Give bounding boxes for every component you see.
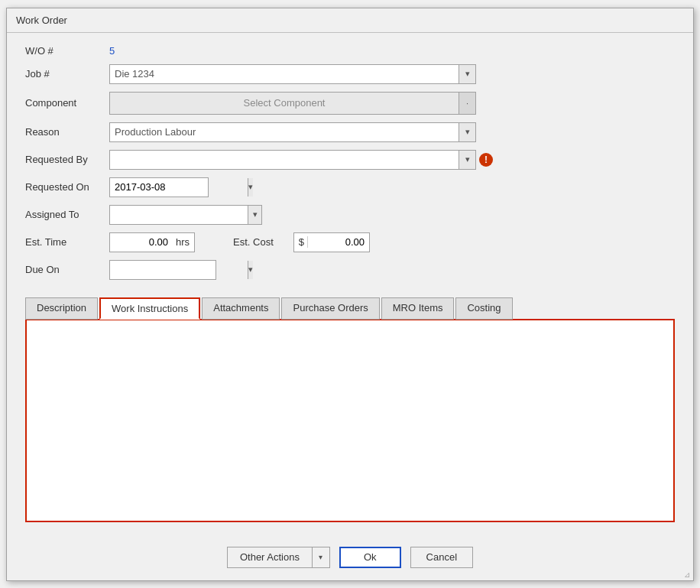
est-control-area: hrs Est. Cost $ (109, 232, 675, 252)
est-time-field[interactable]: hrs (109, 232, 195, 252)
requested-on-control (109, 177, 675, 197)
component-label: Component (25, 97, 109, 109)
form-area: W/O # 5 Job # Component Select Component… (7, 33, 693, 534)
component-placeholder[interactable]: Select Component (110, 93, 459, 114)
est-time-label: Est. Time (25, 236, 109, 248)
requested-on-dropdown-btn[interactable] (248, 178, 253, 197)
requested-by-select[interactable] (109, 150, 476, 170)
due-on-control (109, 260, 675, 280)
requested-on-field[interactable] (109, 177, 209, 197)
component-browse-btn[interactable]: · (459, 93, 475, 114)
work-order-window: Work Order W/O # 5 Job # Component (6, 8, 694, 581)
tab-purchase-orders[interactable]: Purchase Orders (281, 297, 379, 320)
reason-control (109, 122, 675, 142)
reason-dropdown-btn[interactable] (459, 123, 475, 141)
wo-label: W/O # (25, 45, 109, 57)
tab-content-work-instructions[interactable] (25, 319, 675, 522)
est-time-unit: hrs (171, 236, 194, 248)
requested-by-row: Requested By ! (25, 150, 675, 170)
reason-label: Reason (25, 126, 109, 138)
resize-handle[interactable]: ⊿ (684, 570, 690, 579)
assigned-to-control (109, 205, 675, 225)
requested-by-area: ! (109, 150, 493, 170)
due-on-row: Due On (25, 260, 675, 280)
reason-select[interactable] (109, 122, 476, 142)
ok-button[interactable]: Ok (339, 547, 401, 568)
est-cost-input[interactable] (308, 236, 369, 248)
component-row: Component Select Component · (25, 92, 675, 115)
wo-value: 5 (109, 45, 115, 57)
job-control (109, 64, 675, 84)
due-on-field[interactable] (109, 260, 216, 280)
requested-by-dropdown-btn[interactable] (459, 151, 475, 169)
tab-section: Description Work Instructions Attachment… (25, 297, 675, 522)
tab-description[interactable]: Description (25, 297, 98, 320)
wo-value-area: 5 (109, 45, 675, 57)
assigned-to-row: Assigned To (25, 205, 675, 225)
tab-bar: Description Work Instructions Attachment… (25, 297, 675, 319)
due-on-label: Due On (25, 264, 109, 275)
required-error-icon: ! (479, 153, 493, 167)
due-on-input[interactable] (110, 261, 248, 279)
job-row: Job # (25, 64, 675, 84)
est-row: Est. Time hrs Est. Cost $ (25, 232, 675, 252)
est-cost-field[interactable]: $ (293, 232, 370, 252)
other-actions-button[interactable]: Other Actions ▾ (227, 547, 330, 568)
footer: Other Actions ▾ Ok Cancel (7, 534, 693, 580)
title-bar: Work Order (7, 8, 693, 33)
reason-row: Reason (25, 122, 675, 142)
tab-work-instructions[interactable]: Work Instructions (99, 297, 200, 320)
requested-by-input[interactable] (110, 151, 459, 169)
assigned-to-field[interactable] (109, 205, 262, 225)
wo-row: W/O # 5 (25, 45, 675, 57)
est-time-input[interactable] (110, 236, 171, 248)
job-label: Job # (25, 68, 109, 80)
reason-input[interactable] (110, 123, 459, 141)
tab-costing[interactable]: Costing (455, 297, 512, 320)
est-cost-label: Est. Cost (233, 236, 274, 248)
requested-by-control: ! (109, 150, 675, 170)
tab-attachments[interactable]: Attachments (202, 297, 280, 320)
requested-on-row: Requested On (25, 177, 675, 197)
job-input[interactable] (110, 65, 459, 83)
component-control: Select Component · (109, 92, 675, 115)
assigned-to-input[interactable] (110, 206, 248, 224)
requested-by-label: Requested By (25, 154, 109, 165)
component-field[interactable]: Select Component · (109, 92, 476, 115)
requested-on-label: Requested On (25, 181, 109, 193)
assigned-to-dropdown-btn[interactable] (248, 206, 261, 224)
job-dropdown-btn[interactable] (459, 65, 475, 83)
requested-on-input[interactable] (110, 178, 248, 197)
assigned-to-label: Assigned To (25, 209, 109, 220)
other-actions-label[interactable]: Other Actions (228, 547, 313, 567)
job-select[interactable] (109, 64, 476, 84)
other-actions-arrow[interactable]: ▾ (313, 547, 329, 567)
tab-mro-items[interactable]: MRO Items (381, 297, 455, 320)
window-title: Work Order (16, 15, 67, 26)
due-on-dropdown-btn[interactable] (248, 261, 253, 279)
est-cost-currency: $ (294, 236, 308, 248)
cancel-button[interactable]: Cancel (410, 547, 473, 568)
